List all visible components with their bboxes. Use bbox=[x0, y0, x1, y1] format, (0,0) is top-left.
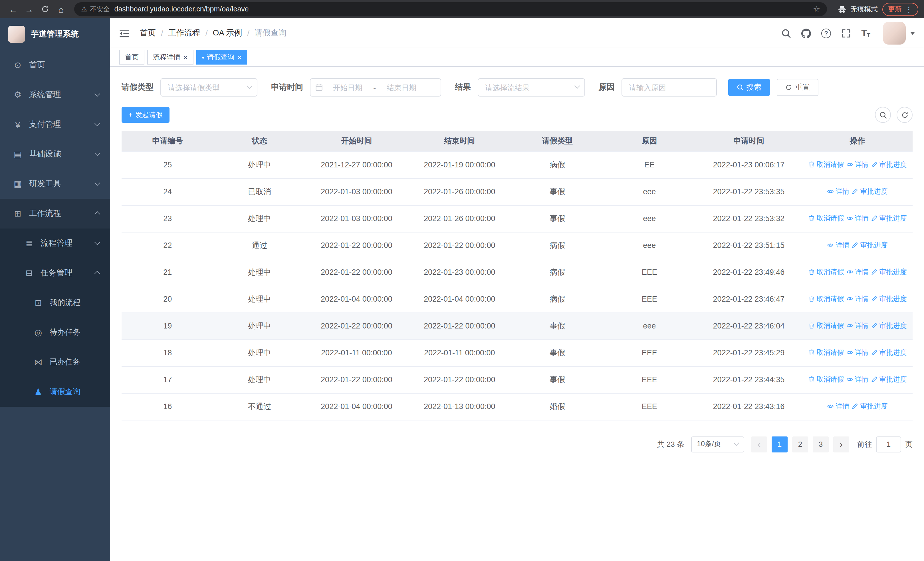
start-date-input[interactable] bbox=[325, 83, 370, 92]
action-detail-link[interactable]: 详情 bbox=[827, 402, 849, 411]
column-header-1[interactable]: 状态 bbox=[213, 131, 305, 151]
search-button[interactable]: 搜索 bbox=[728, 79, 770, 96]
page-3-button[interactable]: 3 bbox=[813, 436, 829, 452]
search-form: 请假类型 申请时间 - bbox=[122, 78, 913, 96]
date-range-picker[interactable]: - bbox=[310, 78, 441, 96]
reason-field[interactable] bbox=[621, 78, 717, 96]
prev-page-button[interactable]: ‹ bbox=[751, 436, 767, 452]
tab-leave-query[interactable]: ● 请假查询 × bbox=[196, 50, 248, 65]
toggle-search-button[interactable] bbox=[875, 107, 891, 123]
github-icon[interactable] bbox=[801, 28, 811, 38]
tab-process-detail[interactable]: 流程详情 × bbox=[147, 50, 193, 65]
column-header-3[interactable]: 结束时间 bbox=[408, 131, 512, 151]
end-date-input[interactable] bbox=[379, 83, 424, 92]
result-input[interactable] bbox=[485, 83, 570, 92]
sidebar-item-payment-management[interactable]: ¥ 支付管理 bbox=[0, 110, 110, 139]
create-leave-button[interactable]: + 发起请假 bbox=[122, 107, 170, 123]
action-detail-link[interactable]: 详情 bbox=[846, 214, 868, 223]
action-progress-link[interactable]: 审批进度 bbox=[871, 267, 907, 277]
sidebar-item-done-tasks[interactable]: ⋈ 已办任务 bbox=[0, 347, 110, 377]
sidebar-item-task-management[interactable]: ⊟ 任务管理 bbox=[0, 258, 110, 288]
font-size-icon[interactable]: TT bbox=[861, 28, 870, 38]
action-cancel-link[interactable]: 取消请假 bbox=[808, 348, 844, 358]
cell-status: 处理中 bbox=[213, 151, 305, 178]
calendar-icon bbox=[315, 83, 323, 92]
browser-back-button[interactable]: ← bbox=[6, 2, 21, 17]
column-header-6[interactable]: 申请时间 bbox=[695, 131, 802, 151]
search-icon[interactable] bbox=[782, 28, 791, 38]
action-detail-link[interactable]: 详情 bbox=[846, 348, 868, 358]
action-detail-link[interactable]: 详情 bbox=[827, 241, 849, 250]
page-2-button[interactable]: 2 bbox=[792, 436, 808, 452]
avatar[interactable] bbox=[883, 22, 906, 45]
action-detail-link[interactable]: 详情 bbox=[846, 294, 868, 304]
action-progress-link[interactable]: 审批进度 bbox=[871, 160, 907, 170]
security-status[interactable]: ⚠ 不安全 bbox=[81, 5, 110, 14]
action-cancel-link[interactable]: 取消请假 bbox=[808, 214, 844, 223]
refresh-table-button[interactable] bbox=[897, 107, 913, 123]
sidebar-item-workflow[interactable]: ⊞ 工作流程 bbox=[0, 199, 110, 229]
address-bar[interactable]: ⚠ 不安全 dashboard.yudao.iocoder.cn/bpm/oa/… bbox=[74, 2, 827, 16]
sidebar-item-infrastructure[interactable]: ▤ 基础设施 bbox=[0, 139, 110, 169]
sidebar-item-my-processes[interactable]: ⊡ 我的流程 bbox=[0, 288, 110, 317]
browser-home-button[interactable]: ⌂ bbox=[54, 2, 69, 17]
leave-type-input[interactable] bbox=[168, 83, 242, 92]
sidebar-collapse-button[interactable] bbox=[119, 29, 129, 38]
column-header-0[interactable]: 申请编号 bbox=[122, 131, 213, 151]
column-header-5[interactable]: 原因 bbox=[603, 131, 695, 151]
sidebar-item-dev-tools[interactable]: ▦ 研发工具 bbox=[0, 169, 110, 199]
page-1-button[interactable]: 1 bbox=[772, 436, 788, 452]
browser-update-button[interactable]: 更新 ⋮ bbox=[882, 3, 918, 16]
action-progress-link[interactable]: 审批进度 bbox=[852, 402, 888, 411]
cell-reason: eee bbox=[603, 232, 695, 259]
bookmark-star-icon[interactable]: ☆ bbox=[813, 5, 820, 14]
help-icon[interactable]: ? bbox=[821, 28, 831, 38]
action-progress-link[interactable]: 审批进度 bbox=[871, 214, 907, 223]
sidebar-item-todo-tasks[interactable]: ◎ 待办任务 bbox=[0, 317, 110, 347]
reset-button[interactable]: 重置 bbox=[777, 79, 818, 96]
result-select[interactable] bbox=[478, 78, 585, 96]
action-detail-link[interactable]: 详情 bbox=[846, 160, 868, 170]
browser-refresh-button[interactable] bbox=[38, 2, 52, 17]
action-detail-link[interactable]: 详情 bbox=[846, 375, 868, 385]
sidebar-item-process-management[interactable]: ≣ 流程管理 bbox=[0, 229, 110, 258]
action-cancel-link[interactable]: 取消请假 bbox=[808, 160, 844, 170]
breadcrumb-link[interactable]: OA 示例 bbox=[213, 28, 242, 38]
action-progress-link[interactable]: 审批进度 bbox=[871, 294, 907, 304]
action-cancel-link[interactable]: 取消请假 bbox=[808, 321, 844, 331]
action-progress-link[interactable]: 审批进度 bbox=[871, 348, 907, 358]
action-progress-link[interactable]: 审批进度 bbox=[871, 321, 907, 331]
url-text[interactable]: dashboard.yudao.iocoder.cn/bpm/oa/leave bbox=[114, 5, 808, 13]
user-menu[interactable] bbox=[883, 22, 915, 45]
action-cancel-link[interactable]: 取消请假 bbox=[808, 267, 844, 277]
column-header-7[interactable]: 操作 bbox=[802, 131, 913, 151]
leave-type-select[interactable] bbox=[160, 78, 257, 96]
action-progress-link[interactable]: 审批进度 bbox=[852, 187, 888, 197]
action-detail-link[interactable]: 详情 bbox=[846, 267, 868, 277]
browser-forward-button[interactable]: → bbox=[22, 2, 36, 17]
breadcrumb-link[interactable]: 工作流程 bbox=[168, 28, 200, 38]
action-detail-link[interactable]: 详情 bbox=[846, 321, 868, 331]
action-cancel-link[interactable]: 取消请假 bbox=[808, 375, 844, 385]
breadcrumb-link[interactable]: 首页 bbox=[140, 28, 156, 38]
sidebar-item-leave-query[interactable]: ♟ 请假查询 bbox=[0, 377, 110, 407]
sidebar-item-system-management[interactable]: ⚙ 系统管理 bbox=[0, 80, 110, 110]
kebab-menu-icon[interactable]: ⋮ bbox=[905, 5, 913, 14]
next-page-button[interactable]: › bbox=[833, 436, 849, 452]
goto-page-input[interactable] bbox=[876, 436, 901, 452]
fullscreen-icon[interactable] bbox=[841, 28, 851, 38]
action-detail-link[interactable]: 详情 bbox=[827, 187, 849, 197]
reason-input[interactable] bbox=[629, 83, 710, 92]
column-header-2[interactable]: 开始时间 bbox=[306, 131, 408, 151]
page-size-select[interactable]: 10条/页 bbox=[691, 436, 744, 452]
tab-close-icon[interactable]: × bbox=[237, 53, 242, 61]
cell-leave-type: 病假 bbox=[512, 151, 603, 178]
tab-home[interactable]: 首页 bbox=[119, 50, 144, 65]
action-progress-link[interactable]: 审批进度 bbox=[871, 375, 907, 385]
sidebar-item-home[interactable]: ⊙ 首页 bbox=[0, 50, 110, 80]
tab-close-icon[interactable]: × bbox=[183, 53, 188, 61]
breadcrumb-separator: / bbox=[206, 29, 208, 38]
action-cancel-link[interactable]: 取消请假 bbox=[808, 294, 844, 304]
action-progress-link[interactable]: 审批进度 bbox=[852, 241, 888, 250]
column-header-4[interactable]: 请假类型 bbox=[512, 131, 603, 151]
